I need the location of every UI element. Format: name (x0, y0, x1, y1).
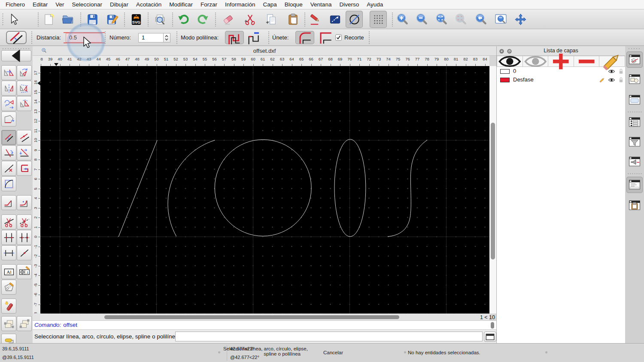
vertical-scrollbar-thumb[interactable] (491, 123, 495, 259)
tool-fillet-button[interactable] (17, 195, 32, 210)
paste-clipboard-button[interactable] (284, 11, 301, 28)
copy-pages-button[interactable] (263, 11, 280, 28)
tool-arc-box-button[interactable] (1, 176, 16, 191)
menu-forzar[interactable]: Forzar (197, 1, 221, 8)
edit-layer-button[interactable] (599, 56, 625, 67)
tool-text-edit-button[interactable]: Al (1, 264, 16, 279)
tool-break-button[interactable] (17, 245, 32, 260)
zoom-back-button[interactable] (472, 11, 489, 28)
tool-order-front-button[interactable] (1, 316, 16, 331)
menu-dibujar[interactable]: Dibujar (106, 1, 132, 8)
dock-entity-list-button[interactable] (626, 114, 643, 130)
tool-explode-button[interactable] (1, 299, 16, 314)
tool-divide-two-button[interactable] (17, 214, 32, 229)
print-preview-button[interactable] (151, 11, 168, 28)
save-file-as-button[interactable] (103, 11, 121, 28)
redo-arrow-button[interactable] (194, 11, 211, 28)
menu-bloque[interactable]: Bloque (281, 1, 307, 8)
layer-lock-icon[interactable] (617, 68, 625, 75)
tool-rotate-button[interactable] (17, 65, 32, 80)
zoom-window-button[interactable] (492, 11, 509, 28)
tool-trim-two-button[interactable] (17, 145, 32, 160)
svg-export-button[interactable]: SVG (128, 11, 145, 28)
tool-trim-both-button[interactable] (1, 230, 16, 245)
select-rectangle-button[interactable] (326, 11, 343, 28)
menu-ayuda[interactable]: Ayuda (363, 1, 387, 8)
layer-lock-icon[interactable] (617, 76, 625, 84)
circle-slash-button[interactable] (346, 11, 363, 28)
dock-block-list-button[interactable] (626, 71, 643, 87)
tool-offset-button[interactable] (1, 130, 16, 145)
tool-trim-arrow-button[interactable] (1, 145, 16, 160)
open-folder-button[interactable] (59, 11, 76, 28)
hide-all-layers-button[interactable] (523, 56, 549, 67)
show-all-layers-button[interactable] (497, 56, 523, 67)
dock-megaphone-button[interactable] (626, 154, 643, 170)
join-round-button[interactable] (295, 31, 314, 44)
menu-diverso[interactable]: Diverso (335, 1, 363, 8)
tool-offset-point-button[interactable] (17, 130, 32, 145)
cursor-arrow-button[interactable] (5, 11, 22, 28)
tool-order-back-button[interactable] (17, 316, 32, 331)
tool-stretch-button[interactable] (1, 112, 16, 127)
new-document-button[interactable] (40, 11, 57, 28)
draw-pen-button[interactable] (306, 11, 323, 28)
add-layer-button[interactable] (548, 56, 574, 67)
tool-rotate-two-button[interactable] (1, 96, 16, 111)
dock-command-button[interactable] (626, 177, 643, 193)
dock-filter-button[interactable] (626, 134, 643, 150)
zoom-in-button[interactable] (394, 11, 411, 28)
polyline-mode-split-button[interactable] (245, 31, 264, 44)
zoom-auto-button[interactable] (433, 11, 450, 28)
tool-trim-gap-button[interactable] (17, 230, 32, 245)
menu-ver[interactable]: Ver (52, 1, 68, 8)
menu-informacion[interactable]: Información (221, 1, 259, 8)
tool-divide-button[interactable] (1, 214, 16, 229)
join-sharp-button[interactable] (316, 31, 335, 44)
menu-seleccionar[interactable]: Seleccionar (68, 1, 106, 8)
menu-capa[interactable]: Capa (259, 1, 281, 8)
tool-mirror-button[interactable] (1, 81, 16, 96)
menu-modificar[interactable]: Modificar (165, 1, 197, 8)
vertical-scrollbar[interactable] (489, 66, 496, 314)
layer-visibility-icon[interactable] (608, 68, 615, 75)
layer-row-0[interactable]: 0 (497, 67, 625, 75)
command-scrollbar-thumb[interactable] (491, 322, 494, 329)
palette-back-button[interactable] (1, 50, 31, 61)
detach-command-button[interactable] (484, 332, 496, 342)
layer-visibility-icon[interactable] (608, 76, 615, 84)
dock-clipboard-button[interactable] (626, 197, 643, 214)
number-spinner[interactable] (164, 33, 170, 42)
command-input[interactable] (175, 332, 483, 341)
menu-ventana[interactable]: Ventana (307, 1, 336, 8)
zoom-previous-button[interactable] (452, 11, 469, 28)
grid-dots-button[interactable] (370, 11, 387, 28)
delete-eraser-button[interactable] (219, 11, 237, 28)
tool-polyline-clamp-button[interactable] (17, 161, 32, 176)
menu-fichero[interactable]: Fichero (2, 1, 29, 8)
menu-acotacion[interactable]: Acotación (132, 1, 165, 8)
remove-layer-button[interactable] (574, 56, 600, 67)
menu-editar[interactable]: Editar (29, 1, 52, 8)
trim-checkbox[interactable] (335, 34, 342, 41)
dock-layer-list-button[interactable] (626, 51, 643, 68)
tool-move-rotate-button[interactable] (17, 81, 32, 96)
layer-row-Desfase[interactable]: Desfase (497, 75, 625, 84)
zoom-pan-button[interactable] (512, 11, 529, 28)
undo-arrow-button[interactable] (175, 11, 192, 28)
tool-delete-segment-button[interactable] (1, 161, 16, 176)
tool-lengthen-button[interactable] (1, 245, 16, 260)
horizontal-scrollbar[interactable] (40, 314, 489, 320)
cut-scissors-button[interactable] (241, 11, 258, 28)
tool-move-button[interactable] (1, 65, 16, 80)
tool-scale-button[interactable] (17, 96, 32, 111)
dock-library-button[interactable] (626, 92, 643, 108)
number-input[interactable]: 1 (138, 33, 164, 42)
tool-bevel-button[interactable] (1, 195, 16, 210)
tool-dim-edit-button[interactable]: .1 (17, 264, 32, 279)
zoom-out-button[interactable] (413, 11, 430, 28)
drawing-canvas[interactable] (40, 66, 489, 314)
tool-hatch-edit-button[interactable] (1, 280, 16, 295)
horizontal-scrollbar-thumb[interactable] (104, 315, 399, 319)
polyline-mode-normal-button[interactable] (225, 31, 244, 44)
